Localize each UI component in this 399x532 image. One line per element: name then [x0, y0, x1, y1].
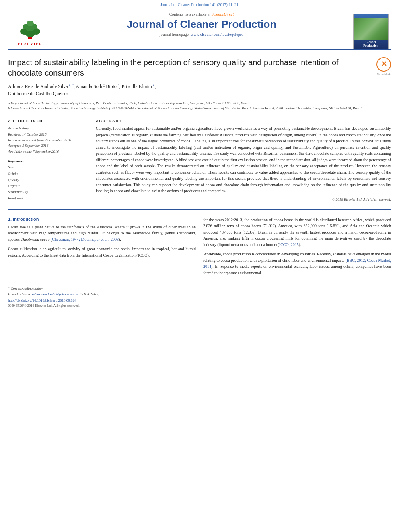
crossmark-icon: ✕ [376, 57, 391, 72]
paper-title: Impact of sustainability labeling in the… [8, 57, 391, 78]
article-history: Article history: Received 14 October 201… [8, 125, 83, 154]
intro-para4: Worldwide, cocoa production is concentra… [203, 251, 391, 276]
top-bar: Journal of Cleaner Production 141 (2017)… [0, 0, 399, 8]
author-list: Adriana Reis de Andrade Silva a, *, Aman… [8, 84, 156, 97]
doi-link[interactable]: http://dx.doi.org/10.1016/j.jclepro.2016… [8, 298, 391, 302]
abstract-col: ABSTRACT Currently, food market appeal f… [96, 119, 391, 201]
keyword-quality: Quality [8, 177, 83, 183]
available-online-date: Available online 7 September 2016 [8, 149, 83, 154]
sciencedirect-line: Contents lists available at ScienceDirec… [52, 12, 351, 16]
elsevier-tree-icon [12, 20, 48, 40]
elsevier-wordmark: ELSEVIER [18, 42, 43, 46]
svg-point-7 [27, 21, 34, 26]
received-revised-date: Received in revised form 2 September 201… [8, 137, 83, 143]
intro-para1: Cacao tree is a plant native to the rain… [8, 224, 196, 243]
corresponding-author-note: * Corresponding author. [8, 286, 391, 292]
keyword-origin: Origin [8, 170, 83, 177]
keyword-seal: Seal [8, 164, 83, 170]
authors: Adriana Reis de Andrade Silva a, *, Aman… [8, 83, 391, 97]
elsevier-logo: ELSEVIER [8, 12, 52, 49]
main-content-divider [8, 209, 391, 210]
affiliation-b: b Cereals and Chocolate Research Center,… [8, 106, 391, 111]
affiliations: a Department of Food Technology, Univers… [8, 101, 391, 111]
intro-para3: for the years 2012/2013, the production … [203, 217, 391, 248]
crossmark[interactable]: ✕ CrossMark [376, 57, 391, 76]
header-center: Contents lists available at ScienceDirec… [52, 12, 351, 49]
history-label: Article history: [8, 125, 83, 131]
body-section: 1. Introduction Cacao tree is a plant na… [8, 217, 391, 279]
sciencedirect-link[interactable]: ScienceDirect [212, 12, 234, 16]
affiliation-a: a Department of Food Technology, Univers… [8, 101, 391, 106]
homepage-link[interactable]: www.elsevier.com/locate/jclepro [191, 32, 243, 37]
introduction-heading: 1. Introduction [8, 217, 196, 222]
keyword-rainforest: Rainforest [8, 195, 83, 201]
journal-header: ELSEVIER Contents lists available at Sci… [8, 8, 391, 50]
journal-title: Journal of Cleaner Production [52, 18, 351, 31]
keywords-list: Seal Origin Quality Organic Sustainabili… [8, 164, 83, 201]
journal-reference: Journal of Cleaner Production 141 (2017)… [160, 2, 239, 7]
journal-logo-text: Cleaner Production [363, 40, 378, 48]
accepted-date: Accepted 5 September 2016 [8, 143, 83, 148]
keyword-sustainability: Sustainability [8, 189, 83, 195]
article-divider [8, 115, 391, 115]
journal-homepage: journal homepage: www.elsevier.com/locat… [52, 32, 351, 37]
copyright-line: © 2016 Elsevier Ltd. All rights reserved… [96, 197, 391, 201]
keywords-label: Keywords: [8, 159, 83, 163]
journal-logo-box: Cleaner Production [353, 14, 389, 49]
intro-para2: Cacao cultivation is an agricultural act… [8, 246, 196, 258]
body-col-right: for the years 2012/2013, the production … [203, 217, 391, 279]
article-info-col: ARTICLE INFO Article history: Received 1… [8, 119, 88, 201]
received-date: Received 14 October 2015 [8, 131, 83, 137]
body-col-left: 1. Introduction Cacao tree is a plant na… [8, 217, 196, 279]
ref-bbc[interactable]: BBC, 2012; Cocoa Market, 2014 [203, 258, 391, 269]
article-info-label: ARTICLE INFO [8, 119, 83, 123]
journal-logo-right: Cleaner Production [351, 12, 391, 49]
ref-cheesman[interactable]: Cheesman, 1944; Motamayor et al., 2008 [52, 237, 119, 242]
crossmark-label: CrossMark [377, 72, 391, 76]
email-link[interactable]: adrireisandrade@yahoo.com.br [32, 292, 79, 296]
ref-icco[interactable]: ICCO, 2015 [279, 242, 299, 247]
article-info-abstract: ARTICLE INFO Article history: Received 1… [8, 119, 391, 201]
keyword-organic: Organic [8, 183, 83, 189]
paper-section: Impact of sustainability labeling in the… [8, 57, 391, 210]
email-note: E-mail address: adrireisandrade@yahoo.co… [8, 292, 391, 297]
footnote-section: * Corresponding author. E-mail address: … [8, 283, 391, 308]
abstract-label: ABSTRACT [96, 119, 391, 123]
journal-logo-mountain-graphic [354, 18, 388, 40]
abstract-text: Currently, food market appeal for sustai… [96, 125, 391, 194]
issn-line: 0959-6526/© 2016 Elsevier Ltd. All right… [8, 304, 391, 308]
